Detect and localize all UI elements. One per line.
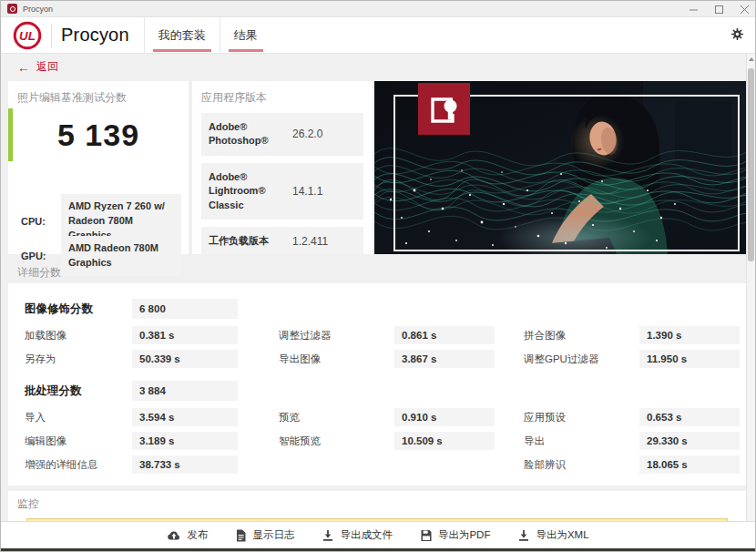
version-item: 工作负载版本 1.2.411 — [201, 227, 363, 255]
metric-label: 导出 — [524, 434, 639, 448]
metric-label: 编辑图像 — [25, 434, 132, 448]
minimize-icon — [690, 5, 698, 14]
retouch-score-label: 图像修饰分数 — [25, 302, 132, 317]
metric-value: 0.910 s — [394, 408, 495, 426]
metric-label: 导入 — [25, 411, 132, 424]
svg-text:UL: UL — [19, 29, 36, 43]
brand-title: Procyon — [61, 25, 129, 46]
score-panel: 照片编辑基准测试分数 5 139 CPU: AMD Ryzen 7 260 w/… — [8, 81, 189, 254]
metric-value: 50.339 s — [132, 350, 238, 368]
retouch-score-row: 图像修饰分数 6 800 — [8, 294, 746, 323]
monitoring-title: 监控 — [8, 491, 746, 512]
close-icon — [741, 5, 749, 14]
header-divider — [51, 24, 52, 47]
metric-value: 1.390 s — [639, 326, 740, 344]
cloud-upload-icon — [167, 529, 181, 542]
version-item: Adobe® Lightroom® Classic 14.1.1 — [201, 163, 363, 220]
score-panel-title: 照片编辑基准测试分数 — [8, 81, 189, 106]
metric-label: 拼合图像 — [524, 329, 639, 342]
save-icon — [420, 529, 433, 542]
vertical-scrollbar[interactable] — [746, 54, 755, 521]
batch-score-value: 3 884 — [132, 381, 238, 401]
metric-value: 3.867 s — [394, 350, 495, 368]
detailed-scores-panel: 图像修饰分数 6 800 加载图像 0.381 s 调整过滤器 0.861 s … — [8, 283, 746, 486]
version-name: Adobe® Photoshop® — [209, 120, 283, 148]
main-tabs: 我的套装 结果 — [144, 17, 271, 54]
batch-score-row: 批处理分数 3 884 — [8, 376, 746, 405]
version-item: Adobe® Photoshop® 26.2.0 — [201, 113, 363, 156]
window-title: Procyon — [23, 5, 53, 14]
metric-label: 调整GPU过滤器 — [524, 353, 639, 366]
minimize-button[interactable] — [681, 1, 705, 17]
app-window: Procyon UL Procyon 我的套装 结果 — [0, 0, 756, 552]
footer-toolbar: 发布 显示日志 导出成文件 导出为PDF — [1, 521, 755, 548]
maximize-icon — [715, 5, 723, 14]
metric-label: 智能预览 — [279, 434, 394, 448]
versions-panel-title: 应用程序版本 — [192, 81, 373, 106]
benchmark-hero-image — [374, 81, 750, 254]
tab-my-suites[interactable]: 我的套装 — [144, 17, 220, 54]
version-value: 1.2.411 — [283, 235, 328, 248]
metric-value: 3.594 s — [132, 408, 238, 426]
scrollbar-up-arrow[interactable] — [749, 57, 754, 61]
metric-value: 38.733 s — [132, 455, 238, 474]
log-icon — [235, 529, 247, 542]
metric-label: 预览 — [279, 411, 394, 424]
close-button[interactable] — [732, 1, 756, 17]
detail-row: 增强的详细信息 38.733 s 脸部辨识 18.065 s — [8, 453, 746, 476]
version-name: Adobe® Lightroom® Classic — [209, 170, 283, 212]
export-file-button[interactable]: 导出成文件 — [322, 528, 393, 542]
maximize-button[interactable] — [707, 1, 730, 17]
gpu-value: AMD Radeon 780M Graphics — [61, 236, 181, 276]
metric-value: 0.861 s — [394, 326, 495, 344]
metric-value: 0.381 s — [132, 326, 238, 344]
version-name: 工作负载版本 — [209, 234, 283, 248]
monitoring-panel: 监控 — [8, 491, 746, 521]
download-icon — [517, 529, 530, 542]
export-pdf-button[interactable]: 导出为PDF — [420, 528, 491, 542]
versions-panel: 应用程序版本 Adobe® Photoshop® 26.2.0 Adobe® L… — [192, 81, 373, 254]
photo-benchmark-badge-icon — [418, 83, 470, 135]
cpu-label: CPU: — [8, 216, 61, 227]
desktop-edge — [1, 548, 755, 552]
back-button[interactable]: ← 返回 — [17, 59, 58, 75]
back-arrow-icon: ← — [17, 60, 30, 75]
detail-row: 导入 3.594 s 预览 0.910 s 应用预设 0.653 s — [8, 405, 746, 429]
detail-row: 另存为 50.339 s 导出图像 3.867 s 调整GPU过滤器 11.95… — [8, 347, 746, 371]
batch-score-label: 批处理分数 — [25, 383, 132, 399]
metric-value: 0.653 s — [639, 408, 740, 426]
metric-label: 增强的详细信息 — [25, 458, 132, 472]
tab-results[interactable]: 结果 — [220, 17, 271, 54]
metric-value: 11.950 s — [639, 350, 740, 368]
metric-label: 导出图像 — [279, 353, 394, 366]
gpu-label: GPU: — [8, 250, 61, 261]
detail-row: 编辑图像 3.189 s 智能预览 10.509 s 导出 29.330 s — [8, 429, 746, 453]
benchmark-score: 5 139 — [8, 118, 189, 153]
detail-row: 加载图像 0.381 s 调整过滤器 0.861 s 拼合图像 1.390 s — [8, 323, 746, 347]
settings-gear-icon[interactable] — [730, 27, 744, 41]
retouch-score-value: 6 800 — [132, 299, 238, 319]
metric-label: 应用预设 — [524, 411, 639, 424]
metric-label: 调整过滤器 — [279, 329, 394, 342]
publish-button[interactable]: 发布 — [167, 528, 208, 542]
metric-value: 29.330 s — [639, 432, 740, 450]
download-icon — [322, 529, 334, 542]
export-xml-button[interactable]: 导出为XML — [517, 528, 588, 542]
show-log-button[interactable]: 显示日志 — [235, 528, 294, 542]
detailed-scores-title: 详细分数 — [17, 265, 61, 281]
back-label: 返回 — [36, 59, 58, 75]
header: UL Procyon 我的套装 结果 — [1, 17, 755, 54]
version-value: 26.2.0 — [283, 128, 322, 140]
metric-value: 3.189 s — [132, 432, 238, 450]
metric-label: 脸部辨识 — [524, 458, 639, 472]
version-value: 14.1.1 — [283, 185, 322, 198]
scrollbar-thumb[interactable] — [748, 68, 754, 261]
title-bar: Procyon — [1, 1, 755, 17]
app-logo-icon — [7, 4, 17, 14]
metric-value: 18.065 s — [639, 455, 740, 474]
metric-value-empty — [394, 455, 495, 474]
ul-logo: UL — [13, 21, 42, 50]
metric-value: 10.509 s — [394, 432, 495, 450]
metric-label: 另存为 — [25, 353, 132, 366]
metric-label: 加载图像 — [25, 329, 132, 342]
